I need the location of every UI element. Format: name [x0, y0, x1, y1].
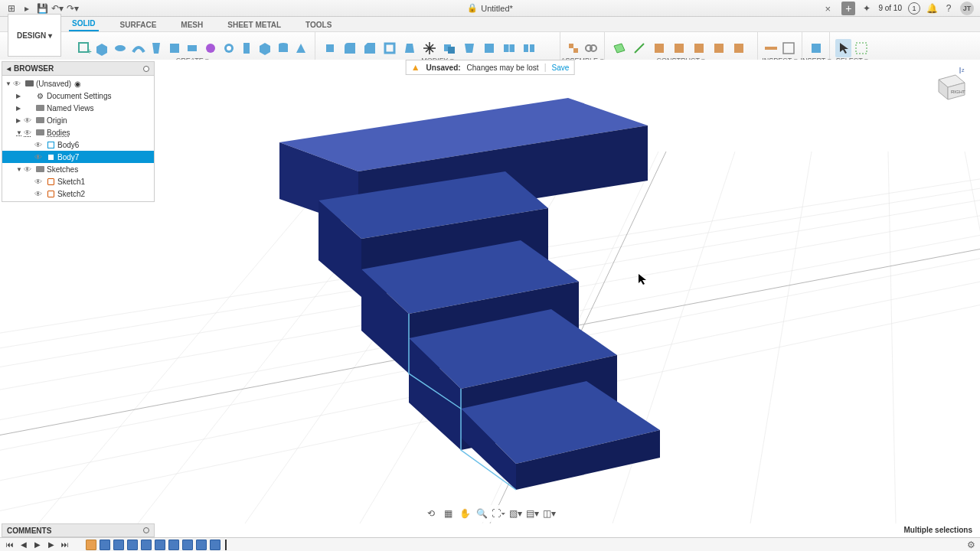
notifications-icon[interactable]: 🔔	[926, 3, 937, 14]
extrude-icon[interactable]	[94, 39, 111, 57]
split-face-icon[interactable]	[500, 39, 518, 57]
expand-icon[interactable]: ▶	[16, 105, 24, 112]
sweep-icon[interactable]	[130, 39, 147, 57]
expand-icon[interactable]: ▶	[16, 117, 24, 124]
active-radio-icon[interactable]: ◉	[74, 80, 81, 88]
tree-row[interactable]: ▶Named Views	[2, 102, 154, 114]
tab-new-icon[interactable]: +	[841, 2, 855, 15]
tab-close-icon[interactable]: ×	[825, 3, 835, 14]
construct3-icon[interactable]	[650, 39, 668, 57]
fillet-icon[interactable]	[341, 39, 359, 57]
visibility-icon[interactable]: 👁	[34, 141, 45, 149]
assemble-icon[interactable]	[566, 39, 582, 57]
timeline-feature[interactable]	[196, 540, 207, 550]
shell-icon[interactable]	[381, 39, 399, 57]
hole-icon[interactable]	[220, 39, 237, 57]
timeline-back-icon[interactable]: ◀	[18, 540, 29, 550]
tree-row[interactable]: ▼👁Sketches	[2, 163, 154, 175]
tab-sheetmetal[interactable]: SHEET METAL	[224, 18, 284, 31]
loft-icon[interactable]	[148, 39, 165, 57]
plane-icon[interactable]	[610, 39, 629, 57]
timeline-feature[interactable]	[155, 540, 165, 550]
job-status[interactable]: 9 of 10	[878, 4, 902, 12]
grid-icon[interactable]: ▤▾	[525, 507, 539, 520]
tree-row[interactable]: ▼👁(Unsaved) ◉	[2, 77, 154, 90]
measure-icon[interactable]	[763, 39, 779, 57]
tab-solid[interactable]: SOLID	[69, 17, 99, 31]
tree-row[interactable]: 👁Body6	[2, 139, 154, 151]
visibility-icon[interactable]: 👁	[34, 190, 45, 198]
cylinder-icon[interactable]	[275, 39, 292, 57]
extensions-icon[interactable]: ✦	[861, 3, 872, 14]
timeline-feature[interactable]	[113, 540, 124, 550]
tree-row[interactable]: ▶👁Origin	[2, 114, 154, 126]
tree-row[interactable]: 👁Body7	[2, 151, 154, 163]
timeline-settings-icon[interactable]: ⚙	[967, 540, 975, 550]
timeline-marker[interactable]	[225, 540, 227, 550]
sketch-icon[interactable]: +	[76, 39, 93, 57]
timeline-feature[interactable]	[141, 540, 152, 550]
workspace-button[interactable]: DESIGN ▾	[8, 14, 61, 57]
visibility-icon[interactable]: 👁	[24, 116, 34, 125]
timeline-fwd-icon[interactable]: ▶	[46, 540, 57, 550]
timeline-feature[interactable]	[168, 540, 179, 550]
expand-icon[interactable]: ▶	[16, 93, 24, 99]
browser-collapse-icon[interactable]: ◂	[7, 64, 11, 73]
timeline-feature[interactable]	[210, 540, 220, 550]
interference-icon[interactable]	[781, 39, 797, 57]
save-icon[interactable]: 💾	[37, 3, 47, 14]
fit-icon[interactable]: ⛶▾	[492, 507, 505, 520]
help-icon[interactable]: ?	[943, 3, 954, 14]
combine-icon[interactable]	[440, 39, 459, 57]
tree-row[interactable]: ▼👁Bodies	[2, 126, 154, 139]
presspull-icon[interactable]	[321, 39, 339, 57]
zoom-icon[interactable]: 🔍	[475, 507, 488, 520]
tree-row[interactable]: 👁Sketch2	[2, 187, 154, 200]
viewcube[interactable]: z RIGHT	[931, 66, 969, 104]
timeline-feature[interactable]	[100, 540, 110, 550]
tab-surface[interactable]: SURFACE	[117, 18, 160, 31]
browser-options-icon[interactable]	[143, 66, 149, 72]
visibility-icon[interactable]: 👁	[13, 80, 24, 88]
insert-icon[interactable]	[808, 39, 824, 57]
thread-icon[interactable]	[238, 39, 255, 57]
timeline-start-icon[interactable]: ⏮	[5, 540, 15, 550]
tree-row[interactable]: ▶⚙Document Settings	[2, 90, 154, 102]
construct5-icon[interactable]	[690, 39, 708, 57]
file-new-icon[interactable]: ▸	[21, 3, 32, 14]
chamfer-icon[interactable]	[361, 39, 379, 57]
tab-mesh[interactable]: MESH	[178, 18, 206, 31]
split-body-icon[interactable]	[520, 39, 538, 57]
job-manager-icon[interactable]: 1	[908, 2, 920, 15]
orbit-icon[interactable]: ⟲	[424, 507, 438, 520]
sphere-icon[interactable]	[292, 39, 309, 57]
offset-face-icon[interactable]	[460, 39, 479, 57]
visibility-icon[interactable]: 👁	[24, 165, 34, 174]
expand-icon[interactable]: ▼	[16, 129, 24, 136]
comments-panel-header[interactable]: COMMENTS	[2, 523, 155, 537]
joint-icon[interactable]	[583, 39, 599, 57]
undo-icon[interactable]: ↶▾	[52, 3, 63, 14]
revolve-icon[interactable]	[112, 39, 129, 57]
replace-face-icon[interactable]	[480, 39, 498, 57]
scale-icon[interactable]	[420, 39, 439, 57]
emboss-icon[interactable]	[202, 39, 219, 57]
timeline-feature[interactable]	[182, 540, 193, 550]
draft-icon[interactable]	[400, 39, 419, 57]
window-select-icon[interactable]	[853, 39, 869, 57]
expand-icon[interactable]: ▼	[16, 166, 24, 173]
construct6-icon[interactable]	[710, 39, 728, 57]
rib-icon[interactable]	[166, 39, 183, 57]
select-icon[interactable]	[835, 39, 851, 57]
box-icon[interactable]	[256, 39, 273, 57]
visibility-icon[interactable]: 👁	[34, 178, 45, 186]
visibility-icon[interactable]: 👁	[34, 153, 45, 161]
apps-icon[interactable]: ⊞	[6, 3, 17, 14]
redo-icon[interactable]: ↷▾	[67, 3, 78, 14]
timeline-feature[interactable]	[127, 540, 138, 550]
construct7-icon[interactable]	[730, 39, 748, 57]
tab-tools[interactable]: TOOLS	[302, 18, 335, 31]
expand-icon[interactable]: ▼	[5, 80, 13, 87]
user-avatar[interactable]: JT	[960, 2, 974, 15]
timeline-feature[interactable]	[86, 540, 96, 550]
